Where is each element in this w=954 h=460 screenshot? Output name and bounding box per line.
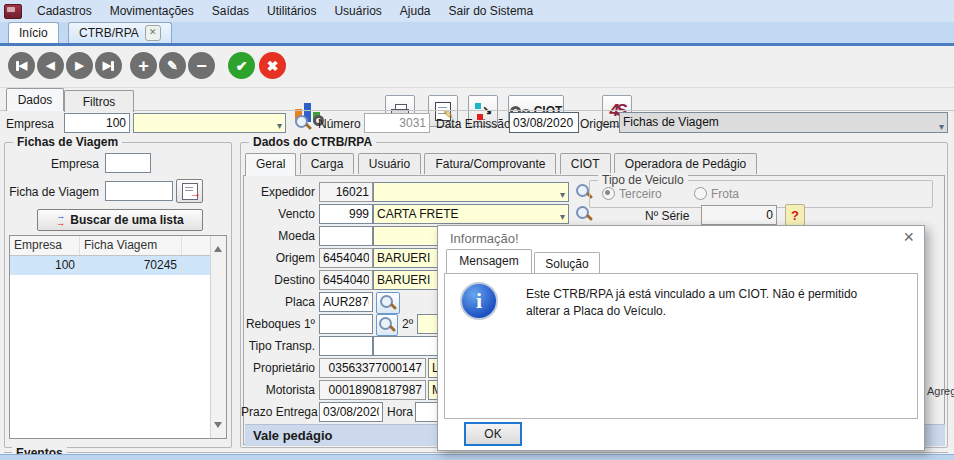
- tab-inicio[interactable]: Início: [8, 22, 59, 43]
- buscar-de-uma-lista-button[interactable]: →→ Buscar de uma lista: [37, 209, 203, 231]
- grid-cell-empresa: 100: [10, 256, 80, 275]
- question-mark-icon: ?: [791, 208, 799, 223]
- menu-usuarios[interactable]: Usuários: [325, 1, 390, 21]
- last-bar-icon: [111, 61, 114, 71]
- info-icon: i: [460, 282, 498, 320]
- vencto-code-input[interactable]: [319, 204, 373, 224]
- destino-label: Destino: [241, 273, 315, 287]
- confirm-button[interactable]: ✔: [228, 52, 255, 79]
- motorista-code-input[interactable]: [319, 380, 426, 400]
- tab-ctrb-rpa-label: CTRB/RPA: [79, 23, 139, 43]
- export-arrow-icon: →: [182, 183, 198, 200]
- grid-col-ficha-viagem[interactable]: Ficha Viagem: [80, 236, 182, 255]
- export-ficha-button[interactable]: →: [176, 179, 203, 203]
- origem-select[interactable]: Fichas de Viagem ▾: [619, 112, 948, 133]
- reboque2-label: 2º: [402, 317, 413, 331]
- radio-frota[interactable]: Frota: [694, 187, 739, 201]
- reboques-label: Reboques 1º: [241, 317, 315, 331]
- fichas-de-viagem-groupbox: Fichas de Viagem Empresa Ficha de Viagem…: [4, 142, 232, 448]
- menu-saidas[interactable]: Saídas: [203, 1, 258, 21]
- help-button[interactable]: ?: [785, 204, 805, 226]
- delete-record-button[interactable]: −: [188, 52, 215, 79]
- vale-pedagio-title: Vale pedágio: [253, 428, 332, 443]
- ficha-de-viagem-input[interactable]: [105, 181, 173, 201]
- cancel-button[interactable]: ✖: [259, 52, 286, 79]
- placa-label: Placa: [241, 295, 315, 309]
- proprietario-code-input[interactable]: [319, 358, 426, 378]
- menu-cadastros[interactable]: Cadastros: [28, 1, 101, 21]
- close-tab-icon[interactable]: ✕: [145, 25, 161, 41]
- tab-fatura-comprovante[interactable]: Fatura/Comprovante: [424, 153, 556, 174]
- reboque1-input[interactable]: [319, 314, 373, 334]
- grid-row-selected[interactable]: 100 70245: [10, 256, 226, 275]
- reboque-search-button[interactable]: [376, 314, 398, 336]
- dialog-tab-solucao[interactable]: Solução: [534, 252, 600, 274]
- prazo-entrega-input[interactable]: [319, 402, 383, 422]
- scroll-down-icon[interactable]: [214, 422, 222, 432]
- empresa-combo[interactable]: ▾: [133, 113, 286, 133]
- tipo-veiculo-groupbox: Tipo de Veiculo Terceiro Frota: [589, 180, 933, 208]
- origem-code-input[interactable]: [319, 248, 373, 268]
- chevron-down-icon: ▾: [277, 117, 282, 135]
- vencto-combo[interactable]: CARTA FRETE ▾: [373, 204, 569, 224]
- expedidor-combo[interactable]: ▾: [373, 182, 569, 202]
- search-icon[interactable]: [294, 114, 312, 132]
- plus-icon: +: [138, 57, 149, 75]
- last-record-button[interactable]: ▶: [95, 52, 122, 79]
- empresa-header-label: Empresa: [6, 117, 54, 131]
- dialog-close-icon[interactable]: ×: [903, 228, 914, 246]
- placa-search-button[interactable]: [376, 292, 400, 314]
- chevron-down-icon: ▾: [560, 208, 565, 226]
- tab-ctrb-rpa[interactable]: CTRB/RPA ✕: [68, 22, 172, 43]
- edit-record-button[interactable]: ✎: [159, 52, 186, 79]
- menu-movimentacoes[interactable]: Movimentações: [101, 1, 203, 21]
- moeda-code-input[interactable]: [319, 226, 373, 246]
- grid-header-row: Empresa Ficha Viagem: [10, 236, 226, 256]
- tab-geral[interactable]: Geral: [245, 153, 296, 176]
- chevron-down-icon: ▾: [939, 117, 944, 136]
- menu-utilitarios[interactable]: Utilitários: [258, 1, 325, 21]
- tab-carga[interactable]: Carga: [300, 153, 355, 174]
- hora-label: Hora: [387, 405, 413, 419]
- x-icon: ✖: [267, 58, 279, 74]
- origem-label: Origem: [241, 251, 315, 265]
- radio-terceiro[interactable]: Terceiro: [602, 187, 662, 201]
- proprietario-label: Proprietário: [241, 361, 315, 375]
- moeda-label: Moeda: [241, 229, 315, 243]
- placa-input[interactable]: [319, 292, 373, 312]
- grid-scrollbar[interactable]: [210, 236, 226, 438]
- expedidor-label: Expedidor: [241, 185, 315, 199]
- dialog-tab-mensagem[interactable]: Mensagem: [446, 249, 532, 273]
- list-arrows-icon: →→: [56, 213, 65, 227]
- tab-usuario[interactable]: Usuário: [358, 153, 421, 174]
- first-record-button[interactable]: ◀: [8, 52, 35, 79]
- menu-ajuda[interactable]: Ajuda: [391, 1, 440, 21]
- ok-button[interactable]: OK: [464, 422, 522, 446]
- fichas-empresa-input[interactable]: [105, 153, 151, 173]
- data-emissao-input[interactable]: [509, 112, 579, 133]
- minus-icon: −: [196, 57, 207, 75]
- pencil-icon: ✎: [167, 58, 178, 73]
- previous-record-button[interactable]: ◀: [37, 52, 64, 79]
- tab-ciot[interactable]: CIOT: [560, 153, 611, 174]
- informacao-dialog: Informação! × Mensagem Solução i Este CT…: [437, 225, 925, 451]
- tipo-veiculo-title: Tipo de Veiculo: [598, 173, 688, 187]
- next-record-button[interactable]: ▶: [66, 52, 93, 79]
- empresa-header-input[interactable]: [64, 113, 130, 133]
- tab-dados[interactable]: Dados: [6, 88, 64, 111]
- grid-col-empresa[interactable]: Empresa: [10, 236, 80, 255]
- ficha-de-viagem-label: Ficha de Viagem: [5, 185, 99, 199]
- radio-terceiro-label: Terceiro: [619, 187, 662, 201]
- add-record-button[interactable]: +: [130, 52, 157, 79]
- vencto-combo-value: CARTA FRETE: [377, 207, 459, 221]
- destino-code-input[interactable]: [319, 270, 373, 290]
- menu-sair[interactable]: Sair do Sistema: [440, 1, 543, 21]
- radio-selected-icon: [602, 187, 615, 200]
- origem-header-label: Origem: [580, 117, 619, 131]
- scroll-up-icon[interactable]: [214, 242, 222, 252]
- tab-operadora-pedagio[interactable]: Operadora de Pedágio: [614, 153, 757, 174]
- page-tab-strip: Início CTRB/RPA ✕: [0, 22, 954, 46]
- tipo-transp-code-input[interactable]: [319, 336, 373, 356]
- tab-filtros[interactable]: Filtros: [64, 90, 134, 112]
- expedidor-code-input[interactable]: [319, 182, 373, 202]
